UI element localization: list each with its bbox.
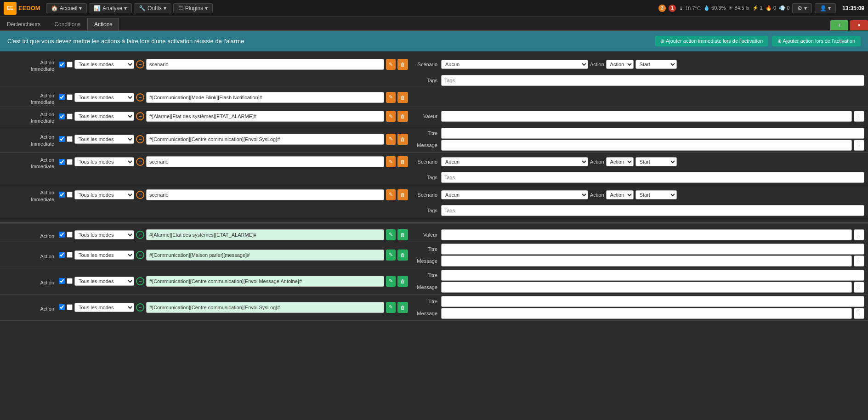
tags-input-1[interactable] (441, 75, 864, 86)
cmd-edit-6[interactable]: ✎ (386, 189, 396, 200)
cmd-del-6[interactable]: 🗑 (397, 189, 408, 200)
checkbox-7a[interactable] (59, 232, 65, 238)
user-button[interactable]: 👤 ▾ (815, 3, 836, 13)
expand-btn-8[interactable]: ⋮ (854, 255, 864, 267)
cmd-del-9[interactable]: 🗑 (397, 276, 408, 287)
tags-input-6[interactable] (441, 205, 864, 216)
start-select-1[interactable]: Start (635, 60, 677, 69)
valeur-input-3[interactable] (441, 111, 852, 122)
start-select-6[interactable]: Start (635, 190, 677, 199)
checkbox-5a[interactable] (59, 159, 65, 165)
mode-select-4[interactable]: Tous les modes (74, 135, 134, 144)
action-type-select-1[interactable]: Action (606, 60, 634, 69)
checkbox-10b[interactable] (67, 304, 73, 310)
titre-input-4[interactable] (441, 128, 864, 139)
checkbox-8b[interactable] (67, 252, 73, 258)
checkbox-1a[interactable] (59, 62, 65, 68)
cmd-del-2[interactable]: 🗑 (397, 92, 408, 103)
cmd-edit-7[interactable]: ✎ (386, 229, 396, 240)
checkbox-4a[interactable] (59, 136, 65, 142)
mode-select-1[interactable]: Tous les modes (74, 60, 134, 69)
checkbox-5b[interactable] (67, 159, 73, 165)
checkbox-10a[interactable] (59, 304, 65, 310)
cmd-edit-3[interactable]: ✎ (386, 111, 396, 122)
checkbox-3a[interactable] (59, 114, 65, 119)
circle-btn-2[interactable]: − (136, 93, 144, 102)
cmd-del-5[interactable]: 🗑 (397, 156, 408, 167)
mode-select-10[interactable]: Tous les modes (74, 303, 134, 312)
expand-btn-9[interactable]: ⋮ (854, 282, 864, 293)
mode-select-5[interactable]: Tous les modes (74, 157, 134, 166)
expand-btn-10[interactable]: ⋮ (854, 308, 864, 319)
checkbox-8a[interactable] (59, 252, 65, 258)
cmd-input-4[interactable] (146, 134, 384, 145)
circle-btn-6[interactable]: − (136, 191, 144, 199)
action-type-select-5[interactable]: Action (606, 157, 634, 166)
cmd-input-7[interactable] (146, 229, 384, 240)
tab-conditions[interactable]: Conditions (47, 18, 87, 30)
mode-select-2[interactable]: Tous les modes (74, 93, 134, 102)
checkbox-9a[interactable] (59, 278, 65, 284)
circle-btn-1[interactable]: − (136, 60, 144, 68)
cmd-input-6[interactable] (146, 189, 384, 200)
cmd-del-1[interactable]: 🗑 (397, 59, 408, 70)
nav-analyse[interactable]: 📊 Analyse ▾ (89, 3, 132, 13)
checkbox-7b[interactable] (67, 232, 73, 238)
cmd-input-1[interactable] (146, 59, 384, 70)
titre-input-8[interactable] (441, 244, 864, 255)
tab-add-button[interactable]: + (830, 20, 848, 30)
nav-outils[interactable]: 🔧 Outils ▾ (134, 3, 171, 13)
expand-btn-3[interactable]: ⋮ (854, 111, 864, 122)
checkbox-1b[interactable] (67, 62, 73, 68)
cmd-input-8[interactable] (146, 250, 384, 261)
checkbox-2a[interactable] (59, 94, 65, 100)
mode-select-6[interactable]: Tous les modes (74, 190, 134, 199)
scenario-select-5[interactable]: Aucun (441, 157, 588, 166)
circle-btn-10[interactable]: − (136, 303, 144, 312)
message-input-8[interactable] (441, 255, 852, 267)
action-type-select-6[interactable]: Action (606, 190, 634, 199)
cmd-input-10[interactable] (146, 302, 384, 313)
checkbox-2b[interactable] (67, 94, 73, 100)
circle-btn-9[interactable]: − (136, 277, 144, 285)
add-immediate-action-button[interactable]: ⊕ Ajouter action immediate lors de l'act… (655, 36, 768, 46)
mode-select-9[interactable]: Tous les modes (74, 277, 134, 286)
cmd-edit-1[interactable]: ✎ (386, 59, 396, 70)
mode-select-8[interactable]: Tous les modes (74, 250, 134, 260)
cmd-del-7[interactable]: 🗑 (397, 229, 408, 240)
cmd-input-2[interactable] (146, 92, 384, 103)
mode-select-7[interactable]: Tous les modes (74, 230, 134, 239)
tab-declencheurs[interactable]: Déclencheurs (0, 18, 47, 30)
tab-actions[interactable]: Actions (87, 18, 119, 30)
mode-select-3[interactable]: Tous les modes (74, 112, 134, 121)
message-input-9[interactable] (441, 282, 852, 293)
cmd-input-9[interactable] (146, 276, 384, 287)
start-select-5[interactable]: Start (635, 157, 677, 166)
scenario-select-6[interactable]: Aucun (441, 190, 588, 199)
cmd-edit-2[interactable]: ✎ (386, 92, 396, 103)
expand-btn-4[interactable]: ⋮ (854, 140, 864, 151)
expand-btn-7[interactable]: ⋮ (854, 229, 864, 240)
cmd-input-3[interactable] (146, 111, 384, 122)
cmd-edit-9[interactable]: ✎ (386, 276, 396, 287)
cmd-del-4[interactable]: 🗑 (397, 134, 408, 145)
checkbox-3b[interactable] (67, 114, 73, 119)
cmd-del-10[interactable]: 🗑 (397, 302, 408, 313)
nav-plugins[interactable]: ☰ Plugins ▾ (173, 3, 213, 13)
settings-button[interactable]: ⚙ ▾ (792, 3, 811, 13)
cmd-edit-8[interactable]: ✎ (386, 250, 396, 261)
message-input-10[interactable] (441, 308, 852, 319)
checkbox-6b[interactable] (67, 192, 73, 198)
circle-btn-3[interactable]: − (136, 112, 144, 120)
circle-btn-7[interactable]: − (136, 231, 144, 239)
cmd-input-5[interactable] (146, 156, 384, 167)
tab-del-button[interactable]: × (850, 20, 868, 30)
circle-btn-4[interactable]: − (136, 135, 144, 143)
titre-input-10[interactable] (441, 296, 864, 307)
message-input-4[interactable] (441, 140, 852, 151)
cmd-edit-10[interactable]: ✎ (386, 302, 396, 313)
checkbox-6a[interactable] (59, 192, 65, 198)
titre-input-9[interactable] (441, 270, 864, 281)
checkbox-9b[interactable] (67, 278, 73, 284)
cmd-edit-4[interactable]: ✎ (386, 134, 396, 145)
